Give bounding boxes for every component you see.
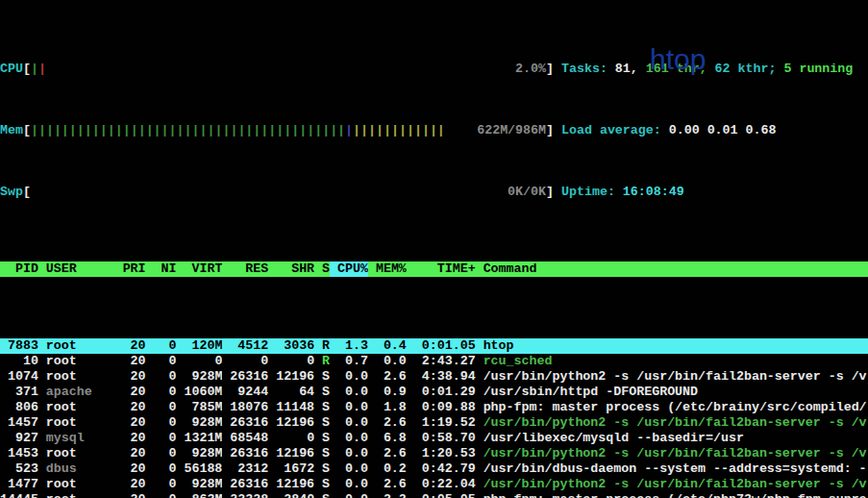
process-row[interactable]: 523dbus2005618823121672S0.00.20:42.79/us… xyxy=(0,461,868,477)
cell-pid: 1453 xyxy=(0,446,38,461)
blue-tick-segment: | xyxy=(345,123,353,137)
mem-meter: Mem[||||||||||||||||||||||||||||||||||||… xyxy=(0,123,554,138)
cpu-meter-open-bracket: [ xyxy=(23,62,31,76)
swp-meter-close-bracket: ] xyxy=(546,185,554,199)
cell-user: root xyxy=(38,354,115,369)
cell-res: 68548 xyxy=(222,431,268,446)
info-segment: 62 kthr; xyxy=(715,62,784,76)
cell-pid: 7883 xyxy=(0,338,38,354)
cell-mem: 6.8 xyxy=(368,431,407,446)
cell-time: 4:38.94 xyxy=(407,369,476,385)
process-row[interactable]: 1074root200928M2631612196S0.02.64:38.94/… xyxy=(0,369,868,385)
info-segment: 81, xyxy=(615,62,646,76)
process-row[interactable]: 1453root200928M2631612196S0.02.61:20.53/… xyxy=(0,446,868,461)
uptime: Uptime: 16:08:49 xyxy=(554,185,868,200)
cell-ni: 0 xyxy=(146,385,177,400)
cell-pri: 20 xyxy=(115,431,146,446)
cell-user: dbus xyxy=(38,461,115,477)
cell-pid: 806 xyxy=(0,400,38,415)
cell-cpu: 0.0 xyxy=(330,492,368,498)
load-average: Load average: 0.00 0.01 0.68 xyxy=(554,123,868,138)
column-header-virt[interactable]: VIRT xyxy=(176,261,222,277)
cell-ni: 0 xyxy=(146,400,177,415)
cpu-meter-label: CPU xyxy=(0,62,23,76)
mem-meter-ticks: ||||||||||||||||||||||||||||||||||||||||… xyxy=(31,123,445,137)
cell-user: apache xyxy=(38,385,115,400)
cell-s: R xyxy=(314,354,330,369)
swp-meter-label: Swp xyxy=(0,185,23,199)
cell-cpu: 0.0 xyxy=(330,461,368,477)
process-row[interactable]: 10root200000R0.70.02:43.27rcu_sched xyxy=(0,354,868,369)
cell-res: 0 xyxy=(222,354,268,369)
cell-pri: 20 xyxy=(115,354,146,369)
cell-cmd: /usr/libexec/mysqld --basedir=/usr xyxy=(476,431,868,446)
process-row[interactable]: 1477root200928M2631612196S0.02.60:22.04/… xyxy=(0,477,868,492)
cell-pid: 10 xyxy=(0,354,38,369)
cell-res: 9244 xyxy=(222,385,268,400)
process-row[interactable]: 14445root200863M223282840S0.02.20:05.05p… xyxy=(0,492,868,498)
cell-virt: 120M xyxy=(176,338,222,354)
process-row[interactable]: 1457root200928M2631612196S0.02.61:19.52/… xyxy=(0,415,868,431)
cell-cmd: /usr/bin/python2 -s /usr/bin/fail2ban-se… xyxy=(476,446,868,461)
column-header-mem[interactable]: MEM% xyxy=(368,261,407,277)
cell-ni: 0 xyxy=(146,369,177,385)
yellow-tick-segment: |||||||||||| xyxy=(353,123,445,137)
cell-mem: 2.2 xyxy=(368,492,407,498)
cell-virt: 928M xyxy=(176,369,222,385)
cell-mem: 0.0 xyxy=(368,354,407,369)
cell-cmd: /usr/bin/dbus-daemon --system --address=… xyxy=(476,461,868,477)
process-row[interactable]: 806root200785M1807611148S0.01.80:09.88ph… xyxy=(0,400,868,415)
column-header-user[interactable]: USER xyxy=(38,261,115,277)
cpu-meter-close-bracket: ] xyxy=(546,62,554,76)
column-header-s[interactable]: S xyxy=(314,261,330,277)
cell-shr: 12196 xyxy=(268,477,314,492)
process-row[interactable]: 371apache2001060M924464S0.00.90:01.29/us… xyxy=(0,385,868,400)
cell-mem: 0.9 xyxy=(368,385,407,400)
info-segment: 16:08:49 xyxy=(623,185,684,199)
cell-s: S xyxy=(314,431,330,446)
cell-shr: 12196 xyxy=(268,415,314,431)
process-row[interactable]: 7883root200120M45123036R1.30.40:01.05hto… xyxy=(0,338,868,354)
cell-cpu: 0.0 xyxy=(330,400,368,415)
info-segment: Uptime: xyxy=(561,185,623,199)
column-header-ni[interactable]: NI xyxy=(146,261,177,277)
column-header-shr[interactable]: SHR xyxy=(268,261,314,277)
cell-s: S xyxy=(314,492,330,498)
process-table-body: 7883root200120M45123036R1.30.40:01.05hto… xyxy=(0,338,868,498)
column-header-cpu[interactable]: CPU% xyxy=(330,261,368,277)
column-header-res[interactable]: RES xyxy=(222,261,268,277)
cell-pri: 20 xyxy=(115,461,146,477)
cell-time: 0:01.05 xyxy=(407,338,476,354)
cell-res: 4512 xyxy=(222,338,268,354)
cell-s: S xyxy=(314,477,330,492)
cell-user: root xyxy=(38,492,115,498)
column-header-time[interactable]: TIME+ xyxy=(407,261,476,277)
cell-cmd: /usr/bin/python2 -s /usr/bin/fail2ban-se… xyxy=(476,477,868,492)
swp-line: Swp[0K/0K] Uptime: 16:08:49 xyxy=(0,185,868,200)
cell-virt: 928M xyxy=(176,446,222,461)
cell-time: 0:22.04 xyxy=(407,477,476,492)
column-header-pri[interactable]: PRI xyxy=(115,261,146,277)
cell-time: 0:58.70 xyxy=(407,431,476,446)
tasks-summary: Tasks: 81, 161 thr, 62 kthr; 5 running xyxy=(554,62,868,77)
column-header-pid[interactable]: PID xyxy=(0,261,38,277)
process-row[interactable]: 927mysql2001321M685480S0.06.80:58.70/usr… xyxy=(0,431,868,446)
cell-cpu: 0.0 xyxy=(330,415,368,431)
column-header-cmd[interactable]: Command xyxy=(476,261,868,277)
cell-ni: 0 xyxy=(146,354,177,369)
cell-virt: 0 xyxy=(176,354,222,369)
cell-virt: 785M xyxy=(176,400,222,415)
cell-cmd: /usr/sbin/httpd -DFOREGROUND xyxy=(476,385,868,400)
cell-pid: 1457 xyxy=(0,415,38,431)
info-segment: Load average: xyxy=(561,123,669,137)
cpu-line: CPU[||2.0%] Tasks: 81, 161 thr, 62 kthr;… xyxy=(0,62,868,77)
cell-mem: 2.6 xyxy=(368,415,407,431)
process-table-header: PIDUSERPRINIVIRTRESSHRSCPU%MEM%TIME+Comm… xyxy=(0,261,868,277)
cell-cmd: /usr/bin/python2 -s /usr/bin/fail2ban-se… xyxy=(476,369,868,385)
cell-ni: 0 xyxy=(146,338,177,354)
cell-cpu: 0.7 xyxy=(330,354,368,369)
cell-mem: 0.4 xyxy=(368,338,407,354)
cell-mem: 2.6 xyxy=(368,477,407,492)
cell-mem: 1.8 xyxy=(368,400,407,415)
green-tick-segment: | xyxy=(31,62,38,76)
